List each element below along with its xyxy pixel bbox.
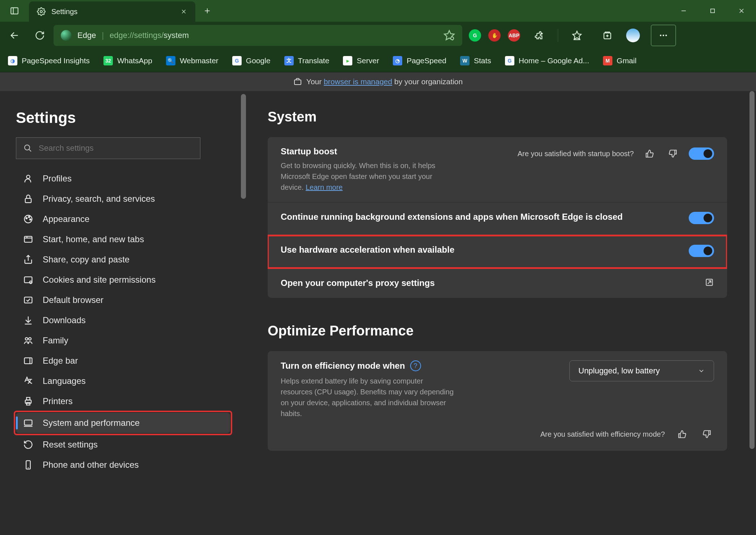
svg-rect-37 xyxy=(25,277,32,283)
refresh-button[interactable] xyxy=(28,24,51,47)
search-settings-box[interactable] xyxy=(16,137,200,159)
bookmarks-bar: ◑PageSpeed Insights 32WhatsApp 🔍Webmaste… xyxy=(0,49,756,72)
row-efficiency: Turn on efficiency mode when ? Helps ext… xyxy=(268,351,727,451)
tab-close-button[interactable] xyxy=(177,4,191,19)
section-title-system: System xyxy=(268,109,727,125)
main-scrollbar[interactable] xyxy=(749,91,755,518)
svg-marker-16 xyxy=(573,31,581,39)
toolbar: Edge | edge://settings/system G ✋ ABP xyxy=(0,22,756,49)
bookmark-pagespeed-insights[interactable]: ◑PageSpeed Insights xyxy=(8,56,90,65)
managed-text: Your browser is managed by your organiza… xyxy=(306,77,463,86)
startup-boost-toggle[interactable] xyxy=(689,147,714,160)
managed-link[interactable]: browser is managed xyxy=(324,77,392,86)
proxy-title: Open your computer's proxy settings xyxy=(281,278,694,288)
sidebar-scrollbar[interactable] xyxy=(241,94,246,463)
startup-feedback-q: Are you satisfied with startup boost? xyxy=(518,150,634,158)
nav-system[interactable]: System and performance xyxy=(16,413,230,433)
svg-point-25 xyxy=(25,145,30,150)
efficiency-title: Turn on efficiency mode when xyxy=(281,361,405,371)
efficiency-feedback-q: Are you satisfied with efficiency mode? xyxy=(540,430,665,438)
managed-banner: Your browser is managed by your organiza… xyxy=(0,72,756,91)
settings-sidebar: Settings Profiles Privacy, search, and s… xyxy=(0,91,246,535)
startup-boost-title: Startup boost xyxy=(281,146,507,157)
row-startup-boost: Startup boost Get to browsing quickly. W… xyxy=(268,137,727,202)
row-background-apps: Continue running background extensions a… xyxy=(268,202,727,235)
svg-line-26 xyxy=(29,149,31,151)
svg-rect-48 xyxy=(26,398,30,400)
nav-reset[interactable]: Reset settings xyxy=(16,435,230,455)
learn-more-link[interactable]: Learn more xyxy=(306,183,343,191)
nav-languages[interactable]: Languages xyxy=(16,371,230,391)
profile-avatar[interactable] xyxy=(626,29,640,42)
nav-appearance[interactable]: Appearance xyxy=(16,209,230,229)
svg-rect-33 xyxy=(25,236,32,242)
back-button[interactable] xyxy=(3,24,26,47)
search-input[interactable] xyxy=(39,144,193,153)
bookmark-translate[interactable]: 文Translate xyxy=(284,56,330,65)
extensions-button[interactable] xyxy=(527,24,551,47)
nav-downloads[interactable]: Downloads xyxy=(16,310,230,330)
more-menu-button[interactable] xyxy=(651,25,676,46)
window-controls xyxy=(669,0,756,22)
thumbs-down-button[interactable] xyxy=(700,427,714,441)
row-proxy-settings[interactable]: Open your computer's proxy settings xyxy=(268,268,727,298)
svg-rect-24 xyxy=(294,80,301,85)
svg-point-32 xyxy=(30,219,31,220)
maximize-button[interactable] xyxy=(698,0,727,22)
edge-icon xyxy=(61,30,72,41)
grammarly-icon[interactable]: G xyxy=(469,29,481,42)
bookmark-gmail[interactable]: MGmail xyxy=(603,56,637,65)
browser-tab[interactable]: Settings xyxy=(29,1,195,22)
thumbs-up-button[interactable] xyxy=(642,146,657,161)
svg-rect-8 xyxy=(711,9,715,13)
nav-start[interactable]: Start, home, and new tabs xyxy=(16,229,230,249)
settings-main: System Startup boost Get to browsing qui… xyxy=(246,91,756,535)
nav-profiles[interactable]: Profiles xyxy=(16,168,230,189)
collections-button[interactable] xyxy=(596,24,619,47)
favorite-icon[interactable] xyxy=(443,30,455,41)
svg-point-22 xyxy=(663,35,664,36)
svg-line-55 xyxy=(708,281,711,284)
efficiency-dropdown[interactable]: Unplugged, low battery xyxy=(569,360,714,381)
new-tab-button[interactable] xyxy=(198,2,216,20)
nav-system-highlight: System and performance xyxy=(14,411,232,435)
startup-boost-desc: Get to browsing quickly. When this is on… xyxy=(281,160,454,193)
favorites-button[interactable] xyxy=(565,24,589,47)
bookmark-pagespeed[interactable]: ◔PageSpeed xyxy=(393,56,446,65)
nav-printers[interactable]: Printers xyxy=(16,391,230,411)
help-icon[interactable]: ? xyxy=(410,360,421,371)
nav-cookies[interactable]: Cookies and site permissions xyxy=(16,270,230,290)
ublock-icon[interactable]: ✋ xyxy=(488,29,501,42)
thumbs-up-button[interactable] xyxy=(675,427,689,441)
address-bar[interactable]: Edge | edge://settings/system xyxy=(54,25,462,46)
tab-title: Settings xyxy=(51,8,77,16)
svg-point-23 xyxy=(665,35,667,36)
svg-rect-28 xyxy=(25,198,31,203)
nav-family[interactable]: Family xyxy=(16,330,230,351)
svg-point-2 xyxy=(40,10,42,13)
nav-privacy[interactable]: Privacy, search, and services xyxy=(16,189,230,209)
thumbs-down-button[interactable] xyxy=(666,146,680,161)
bookmark-server[interactable]: ▸Server xyxy=(343,56,379,65)
chevron-down-icon xyxy=(698,367,705,374)
window: Settings Edge | edge://settings/system xyxy=(0,0,756,535)
bookmark-google[interactable]: GGoogle xyxy=(232,56,271,65)
section-title-optimize: Optimize Performance xyxy=(268,323,727,339)
optimize-card: Turn on efficiency mode when ? Helps ext… xyxy=(268,351,727,451)
nav-phone[interactable]: Phone and other devices xyxy=(16,455,230,475)
bookmark-stats[interactable]: WStats xyxy=(460,56,491,65)
nav-edge-bar[interactable]: Edge bar xyxy=(16,351,230,371)
minimize-button[interactable] xyxy=(669,0,698,22)
nav-default-browser[interactable]: Default browser xyxy=(16,290,230,310)
bookmark-google-ads[interactable]: GHome – Google Ad... xyxy=(505,56,589,65)
hw-accel-toggle[interactable] xyxy=(689,245,714,257)
abp-icon[interactable]: ABP xyxy=(508,29,520,42)
nav-share[interactable]: Share, copy and paste xyxy=(16,249,230,270)
bg-apps-toggle[interactable] xyxy=(689,212,714,224)
bookmark-webmaster[interactable]: 🔍Webmaster xyxy=(166,56,218,65)
bookmark-whatsapp[interactable]: 32WhatsApp xyxy=(103,56,152,65)
addr-url: edge://settings/system xyxy=(110,31,189,40)
tab-actions-button[interactable] xyxy=(0,0,29,22)
close-window-button[interactable] xyxy=(727,0,756,22)
addr-separator: | xyxy=(102,31,104,40)
